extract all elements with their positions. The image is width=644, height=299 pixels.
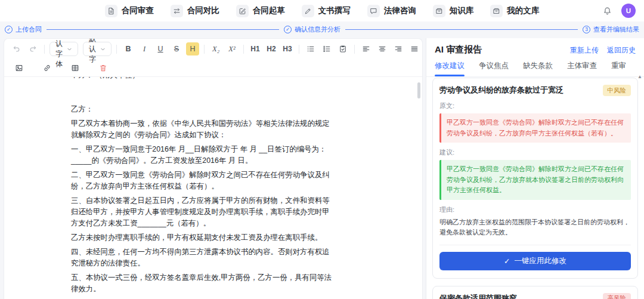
nav-label: 知识库 [450, 5, 474, 16]
nav-item-contract-compare[interactable]: 合同对比 [171, 5, 219, 17]
report-scroll-up-arrow[interactable]: ▲ [637, 74, 642, 79]
pencil-icon [302, 5, 314, 17]
doc-paragraph: 甲乙双方本着协商一致，依据《中华人民共和国劳动法》等相关法律法规的规定就解除双方… [71, 118, 336, 141]
highlight-button[interactable]: H [186, 42, 199, 56]
nav-items: 合同审查 合同对比 合同起草 文书撰写 法律咨询 [105, 5, 540, 17]
bold-button[interactable]: B [122, 42, 135, 56]
doc-paragraph: 乙方： [71, 104, 336, 115]
step-upload-contract[interactable]: ✓ 上传合同 [5, 25, 42, 34]
heading3-button[interactable]: H3 [281, 42, 294, 56]
main-area: 默认字体 默认字 B I U S H X₂ X² H1 H2 H [0, 37, 644, 299]
compose-icon [236, 5, 249, 17]
subscript-button[interactable]: X₂ [209, 42, 222, 56]
doc-paragraph: 四、未经同意，任何一方均不得向第三方泄露本协议书的内容。否则对方有权追究泄秘方的… [71, 246, 336, 269]
align-right-button[interactable] [392, 42, 405, 56]
suggestion-text-block: 甲乙双方一致同意《劳动合同》解除时双方之间已不存在任何劳动争议及纠纷，乙方放弃就… [439, 160, 631, 200]
undo-button[interactable] [10, 42, 23, 56]
document-content: 甲方： （用人单位） 乙方： 甲乙双方本着协商一致，依据《中华人民共和国劳动法》… [71, 77, 336, 299]
card-header: 劳动争议及纠纷的放弃条款过于宽泛 中风险 [439, 85, 631, 96]
steps-bar: ✓ 上传合同 ✓ 确认信息并分析 3 查看并编辑结果 [0, 21, 644, 37]
original-label: 原文: [439, 101, 631, 110]
heading1-button[interactable]: H1 [249, 42, 262, 56]
check-icon: ✓ [504, 257, 510, 266]
doc-paragraph: 甲方： （用人单位） [71, 77, 336, 81]
report-title: AI 审查报告 [435, 44, 482, 56]
suggestion-cards-list: 劳动争议及纠纷的放弃条款过于宽泛 中风险 原文: 甲乙双方一致同意《劳动合同》解… [426, 72, 644, 299]
align-center-button[interactable] [376, 42, 389, 56]
ai-review-report-panel: AI 审查报告 重新上传 返回历史 修改建议 争议焦点 缺失条款 主体审查 重审… [426, 38, 644, 299]
report-header: AI 审查报告 重新上传 返回历史 [426, 38, 644, 60]
nav-item-knowledge-base[interactable]: 知识库 [433, 5, 474, 17]
toolbar-divider [243, 45, 244, 54]
nav-label: 合同对比 [187, 5, 219, 16]
insert-image-button[interactable] [13, 61, 26, 75]
align-left-button[interactable] [360, 42, 373, 56]
risk-badge: 中风险 [603, 85, 631, 96]
top-navigation: 合同审查 合同对比 合同起草 文书撰写 法律咨询 [0, 0, 644, 21]
compare-icon [171, 5, 183, 17]
step-label: 查看并编辑结果 [593, 25, 639, 34]
nav-item-document-writing[interactable]: 文书撰写 [302, 5, 351, 17]
step-connector [47, 29, 279, 30]
nav-label: 我的文库 [507, 5, 539, 16]
align-justify-button[interactable] [408, 42, 421, 56]
font-size-select[interactable]: 默认字 [83, 42, 112, 56]
italic-button[interactable]: I [138, 42, 151, 56]
step-confirm-analyze[interactable]: ✓ 确认信息并分析 [284, 25, 340, 34]
doc-paragraph: 三、自本协议签署之日起五日内，乙方应将属于甲方的所有财物，文件和资料等归还给甲方… [71, 195, 336, 229]
history-link[interactable]: 返回历史 [607, 45, 636, 56]
avatar[interactable]: U [621, 4, 636, 18]
doc-paragraph: 乙方未按时办理离职手续的，甲方有权延期支付未发工资及办理在离职手续。 [71, 232, 336, 243]
card-title: 劳动争议及纠纷的放弃条款过于宽泛 [439, 85, 603, 95]
contract-document[interactable]: 甲方： （用人单位） 乙方： 甲乙双方本着协商一致，依据《中华人民共和国劳动法》… [4, 77, 422, 299]
step-view-edit-result[interactable]: 3 查看并编辑结果 [583, 25, 639, 34]
archive-icon [433, 5, 445, 17]
step-check-icon: ✓ [5, 26, 13, 33]
reupload-link[interactable]: 重新上传 [570, 45, 599, 56]
bullet-list-button[interactable] [304, 42, 317, 56]
bell-icon[interactable] [603, 7, 612, 16]
underline-button[interactable]: U [154, 42, 167, 56]
archive-icon [490, 5, 503, 17]
card-title: 保密条款适用范围狭窄 [439, 293, 603, 299]
task-list-button[interactable] [336, 42, 349, 56]
nav-right: U [603, 0, 636, 21]
nav-label: 法律咨询 [384, 5, 416, 16]
font-family-select[interactable]: 默认字体 [49, 42, 78, 56]
nav-item-legal-consult[interactable]: 法律咨询 [367, 5, 416, 17]
doc-paragraph: 一、甲乙双方一致同意于2016年 月__日解除双方于 年 月 __日签订的编号为… [71, 144, 336, 167]
suggestion-card: 保密条款适用范围狭窄 高风险 原文: 未经同意，任何一方均不得向第三方泄露本协议… [432, 286, 638, 299]
step-label: 上传合同 [16, 25, 42, 34]
report-actions: 重新上传 返回历史 [570, 45, 636, 56]
strikethrough-button[interactable]: S [170, 42, 183, 56]
toolbar-divider [116, 45, 117, 54]
nav-label: 文书撰写 [318, 5, 351, 16]
apply-fix-button[interactable]: ✓ 一键应用此修改 [439, 252, 631, 270]
insert-table-button[interactable] [69, 61, 82, 75]
nav-item-my-library[interactable]: 我的文库 [490, 5, 539, 17]
nav-item-contract-review[interactable]: 合同审查 [105, 5, 154, 17]
chevron-down-icon [67, 47, 72, 52]
delete-button[interactable] [97, 61, 110, 75]
insert-link-button[interactable] [41, 61, 54, 75]
apply-fix-label: 一键应用此修改 [514, 256, 566, 266]
editor-scrollbar-thumb[interactable] [417, 82, 420, 98]
doc-paragraph: 二、甲乙双方一致同意《劳动合同》解除时双方之间已不存在任何劳动争议及纠纷，乙方放… [71, 169, 336, 192]
reason-label: 理由: [439, 205, 631, 214]
ordered-list-button[interactable] [320, 42, 333, 56]
doc-paragraph: 五、本协议一式三份，经双方签名盖章后生效,甲方两份，乙方一份，具有同等法律效力。 [71, 272, 336, 295]
chevron-down-icon [100, 47, 106, 52]
nav-item-contract-draft[interactable]: 合同起草 [236, 5, 285, 17]
step-label: 确认信息并分析 [295, 25, 340, 34]
original-text-block: 甲乙双方一致同意《劳动合同》解除时双方之间已不存在任何劳动争议及纠纷，乙方放弃向… [439, 113, 631, 143]
redo-button[interactable] [26, 42, 39, 56]
toolbar-divider [44, 45, 45, 54]
toolbar-divider [204, 45, 205, 54]
chat-icon [367, 5, 380, 17]
heading2-button[interactable]: H2 [265, 42, 278, 56]
step-connector [345, 29, 578, 30]
nav-label: 合同审查 [122, 5, 154, 16]
document-icon [105, 5, 117, 17]
risk-badge: 高风险 [603, 293, 631, 299]
superscript-button[interactable]: X² [225, 42, 239, 56]
